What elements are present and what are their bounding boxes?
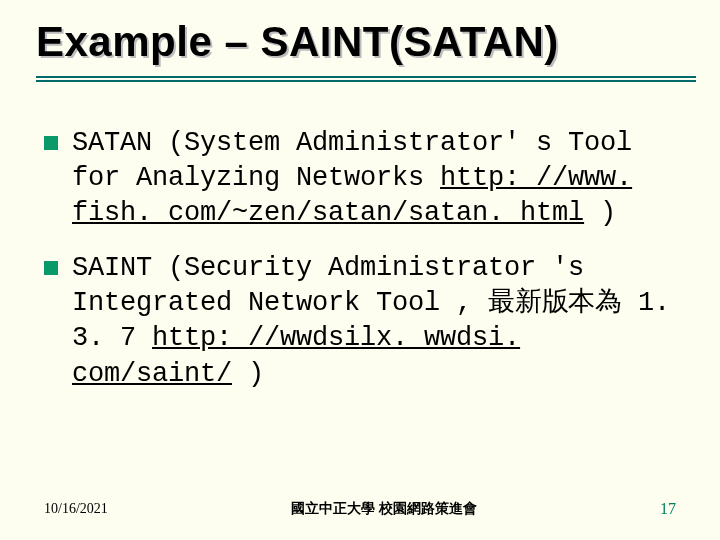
bullet-post: ) [584,198,616,228]
footer-center: 國立中正大學 校園網路策進會 [108,500,660,518]
page-title: Example – SAINT(SATAN) [36,18,696,66]
bullet-list: SATAN (System Administrator' s Tool for … [36,126,696,392]
bullet-post: ) [232,359,264,389]
footer: 10/16/2021 國立中正大學 校園網路策進會 17 [0,500,720,518]
list-item: SATAN (System Administrator' s Tool for … [44,126,696,231]
slide: Example – SAINT(SATAN) SATAN (System Adm… [0,0,720,540]
list-item: SAINT (Security Administrator 's Integra… [44,251,696,391]
footer-date: 10/16/2021 [44,501,108,517]
bullet-text: SATAN (System Administrator' s Tool for … [72,126,696,231]
page-number: 17 [660,500,676,518]
bullet-icon [44,261,58,275]
title-container: Example – SAINT(SATAN) [36,18,696,82]
bullet-icon [44,136,58,150]
bullet-text: SAINT (Security Administrator 's Integra… [72,251,696,391]
